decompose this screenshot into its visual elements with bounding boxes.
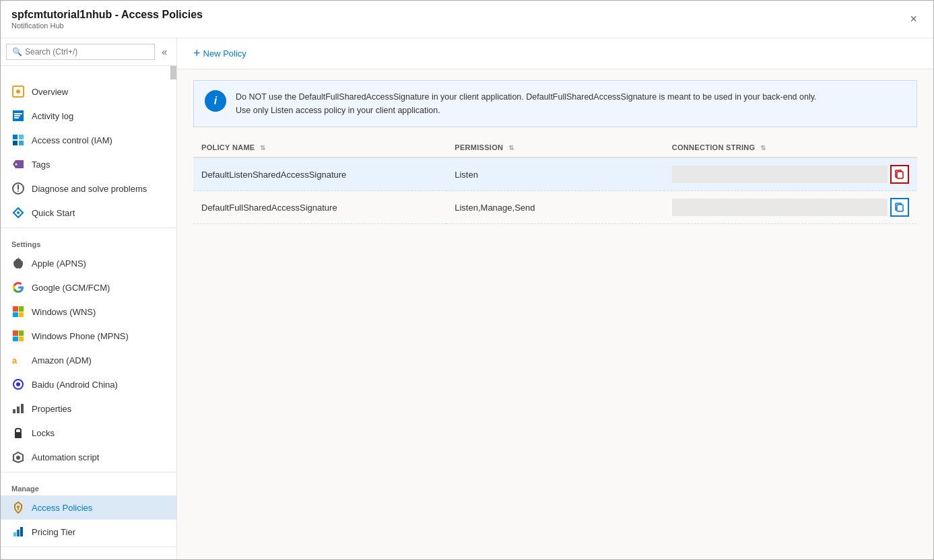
svg-rect-26 xyxy=(897,205,903,211)
svg-rect-4 xyxy=(14,115,20,116)
sidebar-item-activity[interactable]: Activity log xyxy=(1,104,176,128)
policies-table: POLICY NAME ⇅ PERMISSION ⇅ CONNECTION ST… xyxy=(193,138,917,224)
sidebar-item-label-amazon: Amazon (ADM) xyxy=(32,355,92,365)
svg-text:a: a xyxy=(12,355,18,365)
svg-point-20 xyxy=(17,505,20,508)
window-title: spfcmtutorial1nhub - Access Policies xyxy=(11,9,904,21)
sidebar-item-label-google: Google (GCM/FCM) xyxy=(32,283,110,293)
main-window: spfcmtutorial1nhub - Access Policies Not… xyxy=(0,0,934,560)
info-icon: i xyxy=(205,90,226,112)
sort-icon-permission[interactable]: ⇅ xyxy=(508,144,514,151)
policy-name-cell: DefaultListenSharedAccessSignature xyxy=(193,158,446,191)
sidebar-item-label-tags: Tags xyxy=(32,160,50,170)
windows-icon xyxy=(11,305,25,318)
sidebar-item-label-properties: Properties xyxy=(32,404,71,414)
conn-string-container xyxy=(672,165,909,184)
amazon-icon: a xyxy=(11,353,25,367)
sidebar-item-label-pricing-tier: Pricing Tier xyxy=(32,527,75,537)
sidebar-item-overview[interactable]: Overview xyxy=(1,79,176,104)
sidebar-item-iam[interactable]: Access control (IAM) xyxy=(1,128,176,152)
svg-rect-5 xyxy=(14,117,19,118)
copy-button-row1[interactable] xyxy=(890,165,909,184)
search-box[interactable]: 🔍 xyxy=(6,44,155,60)
sidebar-header: 🔍 « xyxy=(1,38,176,66)
properties-icon xyxy=(11,402,25,415)
sidebar-item-windows-phone[interactable]: Windows Phone (MPNS) xyxy=(1,324,176,348)
sidebar-item-label-locks: Locks xyxy=(32,428,55,438)
info-banner: i Do NOT use the DefaultFullSharedAccess… xyxy=(193,80,917,127)
table-row[interactable]: DefaultListenSharedAccessSignature Liste… xyxy=(193,158,917,191)
info-text: Do NOT use the DefaultFullSharedAccessSi… xyxy=(236,90,817,117)
conn-string-container xyxy=(672,198,909,217)
svg-point-10 xyxy=(15,164,18,166)
title-bar-content: spfcmtutorial1nhub - Access Policies Not… xyxy=(11,9,904,30)
svg-rect-6 xyxy=(13,135,18,139)
google-icon xyxy=(11,281,25,294)
svg-point-1 xyxy=(16,90,20,94)
svg-point-17 xyxy=(16,382,20,386)
permission-cell: Listen,Manage,Send xyxy=(446,191,664,224)
table-row[interactable]: DefaultFullSharedAccessSignature Listen,… xyxy=(193,191,917,224)
sidebar-item-tags[interactable]: Tags xyxy=(1,152,176,176)
apple-icon xyxy=(11,256,25,270)
divider-monitoring xyxy=(1,547,176,547)
new-policy-label: New Policy xyxy=(203,48,246,59)
sidebar-item-label-windows: Windows (WNS) xyxy=(32,307,96,317)
conn-string-value xyxy=(672,166,888,183)
table-header: POLICY NAME ⇅ PERMISSION ⇅ CONNECTION ST… xyxy=(193,138,917,158)
main-layout: 🔍 « Overview Activity log xyxy=(1,38,933,559)
sidebar-item-google[interactable]: Google (GCM/FCM) xyxy=(1,275,176,300)
copy-button-row2[interactable] xyxy=(890,198,909,217)
connection-string-cell xyxy=(664,158,917,191)
sidebar-item-label-baidu: Baidu (Android China) xyxy=(32,380,118,390)
toolbar: + New Policy xyxy=(177,38,933,69)
svg-point-19 xyxy=(16,456,20,460)
svg-point-14 xyxy=(17,211,20,214)
sidebar-item-automation[interactable]: Automation script xyxy=(1,445,176,469)
sidebar-item-label-iam: Access control (IAM) xyxy=(32,135,112,145)
divider-manage xyxy=(1,472,176,473)
automation-icon xyxy=(11,450,25,464)
sidebar-item-label-automation: Automation script xyxy=(32,452,99,462)
window-subtitle: Notification Hub xyxy=(11,22,904,30)
sidebar-item-label-diagnose: Diagnose and solve problems xyxy=(32,184,147,194)
sidebar-item-pricing-tier[interactable]: Pricing Tier xyxy=(1,520,176,544)
svg-rect-3 xyxy=(14,113,22,114)
sidebar-item-access-policies[interactable]: Access Policies xyxy=(1,495,176,520)
locks-icon xyxy=(11,426,25,440)
sidebar-item-quickstart[interactable]: Quick Start xyxy=(1,201,176,225)
svg-rect-8 xyxy=(13,141,18,145)
sort-icon-connection[interactable]: ⇅ xyxy=(760,144,766,151)
sidebar: 🔍 « Overview Activity log xyxy=(1,38,177,559)
search-input[interactable] xyxy=(25,47,149,57)
connection-string-cell xyxy=(664,191,917,224)
search-icon: 🔍 xyxy=(12,47,22,57)
sidebar-item-apple[interactable]: Apple (APNS) xyxy=(1,251,176,275)
close-button[interactable]: × xyxy=(904,9,923,29)
sidebar-item-diagnose[interactable]: Diagnose and solve problems xyxy=(1,176,176,201)
sort-icon-policy[interactable]: ⇅ xyxy=(260,144,265,151)
sidebar-item-label-overview: Overview xyxy=(32,87,68,97)
svg-point-13 xyxy=(18,190,19,192)
new-policy-button[interactable]: + New Policy xyxy=(193,46,246,61)
sidebar-item-label-quickstart: Quick Start xyxy=(32,208,75,218)
tags-icon xyxy=(11,158,25,171)
sidebar-item-amazon[interactable]: a Amazon (ADM) xyxy=(1,348,176,372)
sidebar-item-windows[interactable]: Windows (WNS) xyxy=(1,300,176,324)
collapse-button[interactable]: « xyxy=(158,45,171,59)
svg-rect-7 xyxy=(19,135,24,139)
header-policy-name: POLICY NAME ⇅ xyxy=(193,138,446,158)
sidebar-item-label-apple: Apple (APNS) xyxy=(32,258,86,269)
section-monitoring: Monitoring xyxy=(1,550,176,559)
sidebar-item-properties[interactable]: Properties xyxy=(1,396,176,421)
sidebar-item-locks[interactable]: Locks xyxy=(1,421,176,445)
sidebar-item-label-windows-phone: Windows Phone (MPNS) xyxy=(32,331,129,341)
header-connection-string: CONNECTION STRING ⇅ xyxy=(664,138,917,158)
baidu-icon xyxy=(11,378,25,391)
sidebar-item-label-access-policies: Access Policies xyxy=(32,503,92,513)
svg-rect-9 xyxy=(19,141,24,145)
header-permission: PERMISSION ⇅ xyxy=(446,138,664,158)
sidebar-item-label-activity: Activity log xyxy=(32,111,73,121)
table-body: DefaultListenSharedAccessSignature Liste… xyxy=(193,158,917,224)
sidebar-item-baidu[interactable]: Baidu (Android China) xyxy=(1,372,176,396)
